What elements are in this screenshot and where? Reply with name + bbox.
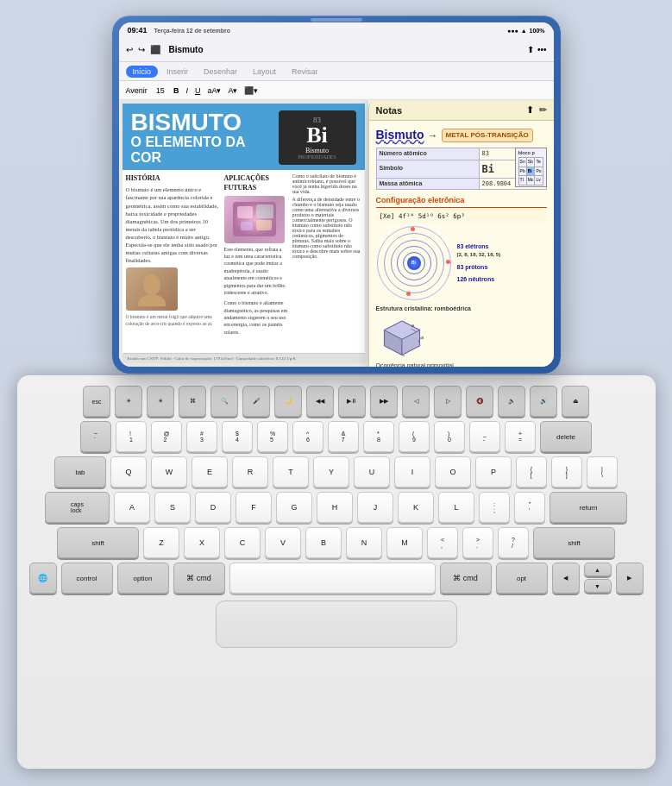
key-option-left[interactable]: option (117, 563, 169, 594)
key-lock[interactable]: ⏏ (562, 386, 589, 417)
tab-layout[interactable]: Layout (246, 66, 283, 78)
key-h[interactable]: H (317, 492, 353, 523)
key-n[interactable]: N (346, 527, 382, 558)
key-c[interactable]: C (224, 527, 261, 558)
key-return[interactable]: return (550, 492, 627, 523)
underline-button[interactable]: U (195, 86, 201, 95)
key-l[interactable]: L (438, 492, 474, 523)
key-y[interactable]: Y (313, 456, 349, 487)
key-backslash[interactable]: |\ (587, 456, 618, 487)
more-icon[interactable]: ••• (537, 45, 547, 54)
key-shift-left[interactable]: shift (57, 527, 139, 558)
key-x[interactable]: X (184, 527, 220, 558)
key-esc[interactable]: esc (83, 386, 110, 417)
key-s[interactable]: S (154, 492, 191, 523)
tab-inicio[interactable]: Início (126, 66, 159, 78)
key-4[interactable]: $4 (222, 421, 253, 452)
key-arrow-right[interactable]: ▶ (616, 563, 644, 594)
key-m[interactable]: M (386, 527, 423, 558)
key-0[interactable]: )0 (434, 421, 465, 452)
key-a[interactable]: A (114, 492, 150, 523)
key-vol-up[interactable]: 🔊 (530, 386, 557, 417)
key-vol-down[interactable]: 🔉 (498, 386, 525, 417)
key-capslock[interactable]: capslock (45, 492, 110, 523)
key-prev[interactable]: ◁ (402, 386, 430, 417)
key-o[interactable]: O (435, 456, 471, 487)
bold-button[interactable]: B (173, 86, 179, 95)
key-7[interactable]: &7 (328, 421, 359, 452)
text-color-icon[interactable]: A▾ (228, 86, 237, 95)
key-tilde[interactable]: ~` (80, 421, 111, 452)
tab-revisar[interactable]: Revisar (285, 66, 325, 78)
key-arrow-up[interactable]: ▲ (584, 563, 612, 576)
tab-desenhar[interactable]: Desenhar (197, 66, 244, 78)
notes-compose-icon[interactable]: ✏ (539, 104, 547, 116)
key-next[interactable]: ▷ (434, 386, 462, 417)
key-f[interactable]: F (236, 492, 272, 523)
insert-icon[interactable]: ⬛ (150, 45, 160, 54)
key-dnd[interactable]: 🌙 (274, 386, 302, 417)
key-comma[interactable]: <, (427, 527, 458, 558)
key-arrow-left[interactable]: ◀ (552, 563, 580, 594)
key-g[interactable]: G (276, 492, 312, 523)
key-8[interactable]: *8 (363, 421, 394, 452)
key-brightness-up[interactable]: ☀ (147, 386, 174, 417)
key-r[interactable]: R (232, 456, 268, 487)
key-d[interactable]: D (195, 492, 231, 523)
key-mic[interactable]: 🎤 (242, 386, 270, 417)
key-9[interactable]: (9 (399, 421, 430, 452)
key-playpause[interactable]: ▶⏸ (338, 386, 366, 417)
italic-button[interactable]: I (185, 86, 188, 95)
key-globe[interactable]: 🌐 (29, 563, 57, 594)
key-fastforward[interactable]: ▶▶ (370, 386, 398, 417)
share-icon[interactable]: ⬆ (527, 45, 534, 54)
key-search[interactable]: 🔍 (210, 386, 238, 417)
key-arrow-down[interactable]: ▼ (584, 579, 612, 593)
key-control[interactable]: control (61, 563, 113, 594)
key-w[interactable]: W (151, 456, 187, 487)
tab-inserir[interactable]: Inserir (160, 66, 195, 78)
key-q[interactable]: Q (110, 456, 147, 487)
key-brightness-down[interactable]: ☀ (115, 386, 142, 417)
key-b[interactable]: B (305, 527, 342, 558)
key-rewind[interactable]: ◀◀ (306, 386, 334, 417)
key-u[interactable]: U (354, 456, 390, 487)
key-2[interactable]: @2 (151, 421, 182, 452)
key-1[interactable]: !1 (116, 421, 147, 452)
key-shift-right[interactable]: shift (533, 527, 615, 558)
key-opt-right[interactable]: opt (496, 563, 548, 594)
text-format-icon[interactable]: aA▾ (207, 86, 221, 95)
key-delete[interactable]: delete (540, 421, 592, 452)
key-space[interactable] (229, 563, 436, 594)
key-6[interactable]: ^6 (292, 421, 323, 452)
key-cmd-left[interactable]: ⌘ cmd (173, 563, 225, 594)
key-p[interactable]: P (475, 456, 512, 487)
undo-icon[interactable]: ↩ (126, 45, 133, 54)
key-bracket-left[interactable]: {[ (516, 456, 547, 487)
font-name[interactable]: Avenir (126, 86, 148, 95)
key-mute[interactable]: 🔇 (466, 386, 493, 417)
key-k[interactable]: K (398, 492, 434, 523)
key-z[interactable]: Z (143, 527, 179, 558)
redo-icon[interactable]: ↪ (138, 45, 145, 54)
key-v[interactable]: V (265, 527, 301, 558)
key-i[interactable]: I (394, 456, 430, 487)
notes-share-icon[interactable]: ⬆ (526, 104, 534, 116)
key-e[interactable]: E (192, 456, 228, 487)
key-period[interactable]: >. (462, 527, 493, 558)
touchpad[interactable] (216, 601, 457, 648)
key-tab[interactable]: tab (54, 456, 106, 487)
key-slash[interactable]: ?/ (498, 527, 529, 558)
key-mission-control[interactable]: ⌘ (179, 386, 206, 417)
key-quote[interactable]: "' (514, 492, 545, 523)
key-minus[interactable]: _- (469, 421, 500, 452)
highlight-icon[interactable]: ⬛▾ (244, 86, 258, 95)
key-semicolon[interactable]: :; (479, 492, 510, 523)
key-j[interactable]: J (357, 492, 393, 523)
key-5[interactable]: %5 (257, 421, 288, 452)
key-cmd-right[interactable]: ⌘ cmd (440, 563, 492, 594)
key-bracket-right[interactable]: }] (551, 456, 582, 487)
key-3[interactable]: #3 (186, 421, 217, 452)
key-equals[interactable]: += (505, 421, 536, 452)
key-t[interactable]: T (273, 456, 309, 487)
